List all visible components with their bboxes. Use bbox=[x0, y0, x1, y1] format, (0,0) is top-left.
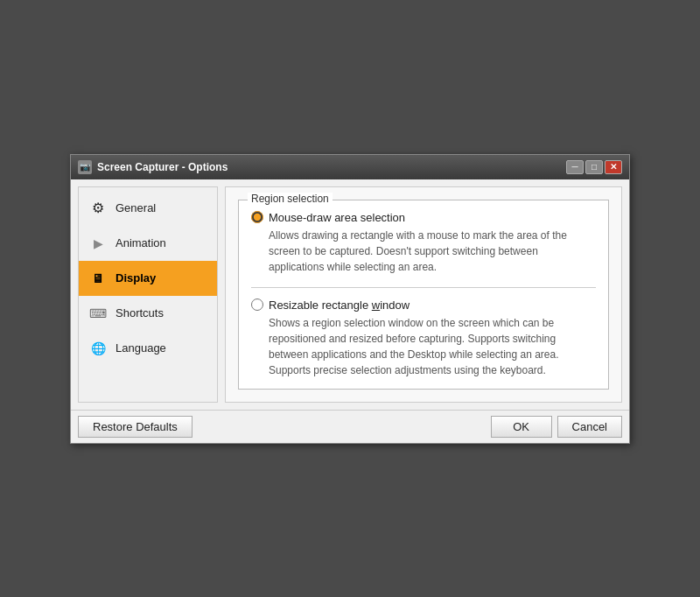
title-bar: 📷 Screen Capturer - Options ─ □ ✕ bbox=[71, 155, 629, 179]
sidebar-item-general[interactable]: General bbox=[79, 191, 217, 226]
option-mouse-draw: Mouse-draw area selection Allows drawing… bbox=[251, 211, 596, 275]
radio-row-2: Resizable rectangle window bbox=[251, 298, 596, 312]
bottom-bar: Restore Defaults OK Cancel bbox=[71, 410, 629, 443]
app-icon: 📷 bbox=[78, 160, 92, 174]
radio-desc-resizable: Shows a region selection window on the s… bbox=[269, 315, 596, 378]
sidebar-item-language[interactable]: Language bbox=[79, 331, 217, 366]
display-icon bbox=[88, 268, 108, 289]
radio-row-1: Mouse-draw area selection bbox=[251, 211, 596, 224]
animation-icon bbox=[88, 233, 108, 254]
window-title: Screen Capturer - Options bbox=[97, 161, 228, 173]
radio-label-mouse-draw[interactable]: Mouse-draw area selection bbox=[269, 211, 405, 224]
cancel-button[interactable]: Cancel bbox=[557, 416, 622, 438]
language-icon bbox=[88, 338, 108, 359]
separator bbox=[251, 287, 596, 288]
minimize-button[interactable]: ─ bbox=[566, 160, 584, 174]
sidebar-item-shortcuts[interactable]: Shortcuts bbox=[79, 296, 217, 331]
sidebar-item-display[interactable]: Display bbox=[79, 261, 217, 296]
option-resizable: Resizable rectangle window Shows a regio… bbox=[251, 298, 596, 378]
sidebar-label-general: General bbox=[116, 201, 156, 214]
group-box-title: Region selection bbox=[248, 193, 332, 205]
shortcuts-icon bbox=[88, 303, 108, 324]
sidebar-item-animation[interactable]: Animation bbox=[79, 226, 217, 261]
sidebar-label-display: Display bbox=[116, 271, 156, 284]
restore-defaults-button[interactable]: Restore Defaults bbox=[78, 416, 192, 438]
radio-resizable[interactable] bbox=[251, 298, 263, 311]
window-body: General Animation Display Shortcuts Lang… bbox=[71, 179, 629, 410]
content-panel: Region selection Mouse-draw area selecti… bbox=[225, 186, 622, 403]
ok-button[interactable]: OK bbox=[491, 416, 552, 438]
general-icon bbox=[88, 198, 108, 219]
sidebar-label-animation: Animation bbox=[116, 236, 166, 249]
title-bar-left: 📷 Screen Capturer - Options bbox=[78, 160, 228, 174]
main-content: Region selection Mouse-draw area selecti… bbox=[225, 186, 622, 403]
title-bar-controls: ─ □ ✕ bbox=[566, 160, 622, 174]
sidebar: General Animation Display Shortcuts Lang… bbox=[78, 186, 218, 403]
radio-desc-mouse-draw: Allows drawing a rectangle with a mouse … bbox=[269, 228, 596, 275]
sidebar-label-shortcuts: Shortcuts bbox=[116, 306, 164, 320]
options-window: 📷 Screen Capturer - Options ─ □ ✕ Genera… bbox=[70, 154, 630, 444]
sidebar-label-language: Language bbox=[116, 341, 166, 355]
radio-label-resizable[interactable]: Resizable rectangle window bbox=[269, 298, 410, 312]
maximize-button[interactable]: □ bbox=[585, 160, 603, 174]
region-selection-group: Region selection Mouse-draw area selecti… bbox=[238, 200, 609, 390]
radio-mouse-draw[interactable] bbox=[251, 211, 263, 223]
close-button[interactable]: ✕ bbox=[605, 160, 622, 174]
